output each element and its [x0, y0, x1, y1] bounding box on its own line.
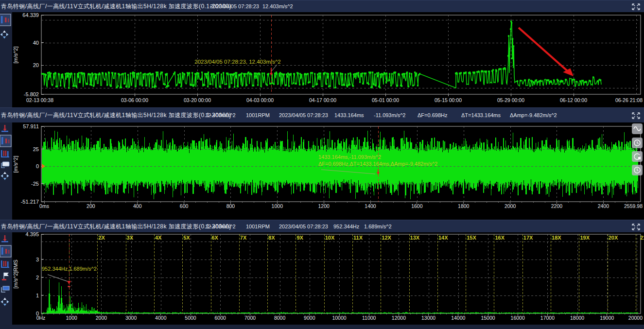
svg-text:20: 20	[33, 62, 39, 68]
svg-text:5000: 5000	[185, 315, 196, 321]
svg-text:4.395: 4.395	[25, 232, 39, 237]
svg-text:-25: -25	[31, 181, 39, 187]
svg-text:64.339: 64.339	[22, 12, 39, 18]
svg-text:10000: 10000	[332, 315, 346, 321]
svg-text:05-01 00:00: 05-01 00:00	[372, 97, 399, 103]
svg-text:18000: 18000	[570, 315, 584, 321]
svg-text:19000: 19000	[600, 315, 614, 321]
svg-text:13000: 13000	[421, 315, 435, 321]
svg-text:952.344Hz,1.689m/s^2: 952.344Hz,1.689m/s^2	[42, 266, 97, 272]
svg-text:4X: 4X	[155, 235, 162, 241]
svg-text:8000: 8000	[274, 315, 286, 321]
svg-text:04-03 00:00: 04-03 00:00	[246, 97, 274, 103]
svg-text:1: 1	[36, 293, 39, 298]
svg-text:05-29 00:00: 05-29 00:00	[497, 97, 524, 103]
svg-text:2: 2	[36, 275, 39, 280]
svg-text:1400: 1400	[365, 203, 376, 209]
svg-text:03-20 00:00: 03-20 00:00	[184, 97, 211, 103]
svg-text:21X: 21X	[640, 235, 644, 241]
svg-text:400: 400	[133, 203, 142, 209]
svg-text:-5.802: -5.802	[24, 91, 39, 97]
svg-text:19X: 19X	[580, 235, 590, 241]
svg-text:16X: 16X	[495, 235, 505, 241]
svg-text:9X: 9X	[296, 235, 303, 241]
svg-text:6X: 6X	[212, 235, 219, 241]
svg-text:1000: 1000	[272, 203, 283, 209]
svg-text:7000: 7000	[244, 315, 256, 321]
svg-text:2X: 2X	[98, 235, 105, 241]
svg-text:11X: 11X	[353, 235, 363, 241]
svg-text:03-06 00:00: 03-06 00:00	[121, 97, 148, 103]
svg-text:16000: 16000	[511, 315, 525, 321]
svg-text:2400: 2400	[598, 203, 609, 209]
svg-text:ΔF=0.698Hz,ΔT=1433.164ms,ΔAmp=: ΔF=0.698Hz,ΔT=1433.164ms,ΔAmp=-9.482m/s^…	[318, 161, 437, 167]
svg-text:1600: 1600	[411, 203, 423, 209]
svg-text:0ms: 0ms	[39, 203, 49, 209]
svg-text:17000: 17000	[540, 315, 555, 321]
svg-text:3X: 3X	[127, 235, 134, 241]
svg-text:0Hz: 0Hz	[36, 315, 46, 321]
svg-text:13X: 13X	[410, 235, 420, 241]
svg-text:[m/s^2]RMS: [m/s^2]RMS	[13, 260, 18, 289]
svg-text:2200: 2200	[551, 203, 563, 209]
svg-text:11000: 11000	[362, 315, 376, 321]
svg-text:25: 25	[33, 146, 39, 152]
svg-text:17X: 17X	[523, 235, 533, 241]
svg-text:14X: 14X	[438, 235, 448, 241]
svg-text:15X: 15X	[467, 235, 476, 241]
svg-text:2559.98: 2559.98	[624, 203, 643, 209]
svg-text:2000: 2000	[505, 203, 516, 209]
svg-text:12000: 12000	[392, 315, 406, 321]
svg-text:200: 200	[87, 203, 95, 209]
svg-text:7X: 7X	[240, 235, 247, 241]
svg-text:600: 600	[180, 203, 189, 209]
svg-text:02-13 00:38: 02-13 00:38	[26, 97, 53, 103]
svg-text:2023/04/05 07:28:23, 12.403m/s: 2023/04/05 07:28:23, 12.403m/s^2	[194, 59, 280, 65]
svg-text:5X: 5X	[183, 235, 190, 241]
svg-text:14000: 14000	[451, 315, 465, 321]
svg-text:04-17 00:00: 04-17 00:00	[309, 97, 336, 103]
svg-text:6000: 6000	[215, 315, 226, 321]
svg-text:10X: 10X	[325, 235, 335, 241]
svg-text:4000: 4000	[155, 315, 167, 321]
svg-text:1433.164ms,-11.093m/s^2: 1433.164ms,-11.093m/s^2	[318, 154, 381, 160]
svg-text:18X: 18X	[552, 235, 561, 241]
svg-text:9000: 9000	[304, 315, 315, 321]
svg-text:3000: 3000	[125, 315, 137, 321]
svg-text:8X: 8X	[268, 235, 275, 241]
svg-text:05-15 00:00: 05-15 00:00	[435, 97, 462, 103]
svg-text:1200: 1200	[318, 203, 330, 209]
svg-text:[m/s^2]: [m/s^2]	[13, 156, 18, 173]
svg-text:57.911: 57.911	[23, 123, 39, 129]
svg-text:20X: 20X	[609, 235, 618, 241]
svg-text:0: 0	[36, 163, 39, 169]
svg-text:06-26 21:08: 06-26 21:08	[615, 97, 643, 103]
svg-text:800: 800	[226, 203, 235, 209]
svg-text:40: 40	[33, 40, 39, 46]
svg-text:-51.217: -51.217	[21, 199, 39, 205]
svg-text:[m/s^2]: [m/s^2]	[13, 46, 18, 63]
svg-text:20000: 20000	[628, 315, 643, 321]
svg-text:1800: 1800	[458, 203, 470, 209]
svg-text:12X: 12X	[382, 235, 391, 241]
svg-text:3: 3	[36, 257, 39, 262]
svg-text:06-12 00:00: 06-12 00:00	[560, 97, 587, 103]
svg-text:15000: 15000	[481, 315, 495, 321]
svg-text:1000: 1000	[66, 315, 78, 321]
svg-text:2000: 2000	[96, 315, 107, 321]
